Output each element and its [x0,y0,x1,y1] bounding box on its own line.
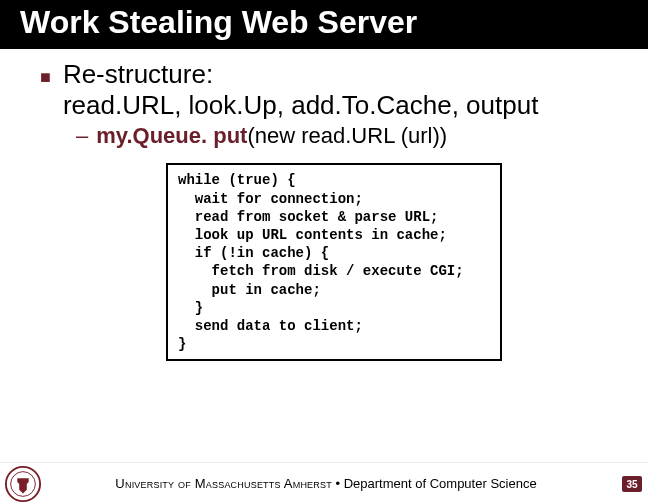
subbullet-myqueue: – my.Queue. put(new read.URL (url)) [76,123,618,149]
subbullet-text: my.Queue. put(new read.URL (url)) [96,123,447,149]
bullet-line1: Re-structure: [63,59,213,89]
dash-icon: – [76,123,88,149]
slide: Work Stealing Web Server ■ Re-structure:… [0,0,648,504]
bullet-restructure: ■ Re-structure: read.URL, look.Up, add.T… [40,59,618,121]
footer: University of Massachusetts Amherst • De… [0,462,648,504]
subbullet-bold: my.Queue. put [96,123,247,148]
footer-sep: • [336,476,341,491]
square-bullet-icon: ■ [40,67,51,88]
footer-university: University of Massachusetts Amherst [115,476,332,491]
bullet-line2: read.URL, look.Up, add.To.Cache, output [63,90,539,120]
page-number: 35 [622,476,642,492]
footer-text: University of Massachusetts Amherst • De… [4,476,648,491]
footer-dept: Department of Computer Science [344,476,537,491]
slide-content: ■ Re-structure: read.URL, look.Up, add.T… [0,49,648,361]
bullet-text: Re-structure: read.URL, look.Up, add.To.… [63,59,539,121]
slide-title: Work Stealing Web Server [0,0,648,49]
code-block: while (true) { wait for connection; read… [166,163,502,361]
subbullet-rest: (new read.URL (url)) [247,123,447,148]
